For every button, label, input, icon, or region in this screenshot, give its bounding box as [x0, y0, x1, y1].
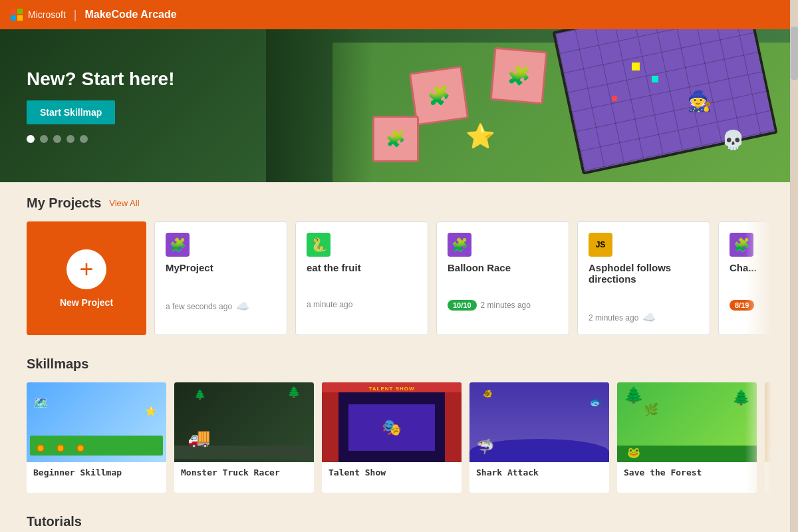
hero-dot-2[interactable]	[40, 135, 48, 143]
project-badge: 10/10	[448, 300, 477, 311]
skillmaps-section: Skillmaps New? Try This! 🗺️ ⭐	[27, 356, 771, 493]
hero-dot-1[interactable]	[27, 135, 35, 143]
project-meta: 8/19	[730, 300, 771, 311]
new-project-icon: +	[66, 249, 106, 289]
project-icon-js: JS	[589, 233, 612, 257]
project-card[interactable]: 🧩 Cha... 8/19	[718, 221, 771, 335]
hero-dot-5[interactable]	[80, 135, 88, 143]
skillmap-name: Save the Forest	[617, 462, 757, 483]
project-name: Cha...	[730, 262, 771, 273]
microsoft-logo	[11, 9, 23, 21]
project-time: a minute ago	[307, 300, 352, 309]
hero-content: New? Start here! Start Skillmap	[27, 68, 175, 143]
skillmap-card[interactable]: 🦈 🐟 🐠 Shark Attack	[469, 382, 609, 493]
skillmap-card[interactable]: 🦃 Turkey D	[765, 382, 771, 493]
project-card[interactable]: 🧩 MyProject a few seconds ago ☁️	[154, 221, 287, 335]
project-card[interactable]: 🧩 Balloon Race 10/10 2 minutes ago	[436, 221, 569, 335]
header-divider: |	[74, 8, 77, 22]
project-card[interactable]: 🐍 eat the fruit a minute ago	[295, 221, 428, 335]
skillmap-thumb-forest: 🌲 🌲 🌿 🐸	[617, 382, 757, 462]
brand-label: MakeCode Arcade	[84, 9, 176, 21]
project-name: eat the fruit	[307, 262, 417, 273]
cloud-icon: ☁️	[642, 311, 656, 324]
skillmap-card[interactable]: 🌲 🌲 🌿 🐸 Save the Forest	[617, 382, 757, 493]
project-time: a few seconds ago	[166, 302, 232, 311]
skillmap-name: Shark Attack	[469, 462, 609, 483]
skillmap-thumb-shark: 🦈 🐟 🐠	[469, 382, 609, 462]
projects-section-header: My Projects View All	[27, 196, 771, 211]
skillmap-card[interactable]: New? Try This! 🗺️ ⭐ Beginner Skill	[27, 382, 166, 493]
hero-dot-3[interactable]	[53, 135, 61, 143]
skillmaps-section-header: Skillmaps	[27, 356, 771, 372]
hero-headline: New? Start here!	[27, 68, 175, 90]
project-icon-puzzle: 🧩	[448, 233, 471, 257]
cloud-icon: ☁️	[236, 300, 249, 313]
skillmaps-row: New? Try This! 🗺️ ⭐ Beginner Skill	[27, 382, 771, 493]
hero-dot-4[interactable]	[66, 135, 74, 143]
skillmap-name: Turkey D	[765, 462, 771, 493]
skillmap-thumb-turkey: 🦃	[765, 382, 771, 462]
start-skillmap-button[interactable]: Start Skillmap	[27, 100, 115, 124]
skillmaps-title: Skillmaps	[27, 356, 88, 372]
skillmap-thumb-beginner: New? Try This! 🗺️ ⭐	[27, 382, 166, 462]
new-project-card[interactable]: + New Project	[27, 221, 146, 335]
project-meta: a minute ago	[307, 300, 417, 309]
project-name: Balloon Race	[448, 262, 558, 273]
project-card[interactable]: JS Asphodel follows directions 2 minutes…	[577, 221, 710, 335]
project-meta: 2 minutes ago ☁️	[589, 311, 699, 324]
project-icon-python: 🐍	[307, 233, 331, 257]
project-icon-puzzle: 🧩	[730, 233, 753, 257]
project-name: Asphodel follows directions	[589, 262, 699, 285]
project-name: MyProject	[166, 262, 276, 273]
skillmap-thumb-monster: 🚚 🌲 🌲	[174, 382, 314, 462]
projects-title: My Projects	[27, 196, 101, 211]
hero-game-visual: 🧩 🧩 🧩 🧩 ⭐ 🧙 💀	[266, 29, 798, 182]
project-badge: 8/19	[730, 300, 754, 311]
skillmap-card[interactable]: 🚚 🌲 🌲 Monster Truck Racer	[174, 382, 314, 493]
projects-view-all[interactable]: View All	[109, 198, 139, 208]
project-time: 2 minutes ago	[589, 313, 638, 323]
skillmap-thumb-talent: TALENT SHOW 🎭	[322, 382, 462, 462]
skillmaps-row-container: New? Try This! 🗺️ ⭐ Beginner Skill	[27, 382, 771, 493]
skillmap-name: Monster Truck Racer	[174, 462, 314, 483]
project-time: 2 minutes ago	[481, 301, 531, 310]
projects-row-container: + New Project 🧩 MyProject a few seconds …	[27, 221, 771, 356]
header: Microsoft | MakeCode Arcade	[0, 0, 798, 29]
skillmap-card[interactable]: TALENT SHOW 🎭 Talent Show	[322, 382, 462, 493]
project-meta: 10/10 2 minutes ago	[448, 300, 558, 311]
tutorials-section-header: Tutorials	[27, 514, 771, 529]
project-meta: a few seconds ago ☁️	[166, 300, 276, 313]
main-content: My Projects View All + New Project 🧩 MyP…	[0, 182, 798, 532]
hero-dots	[27, 135, 175, 143]
new-project-label: New Project	[60, 297, 113, 308]
skillmap-name: Talent Show	[322, 462, 462, 483]
projects-row: + New Project 🧩 MyProject a few seconds …	[27, 221, 771, 335]
microsoft-label: Microsoft	[28, 9, 66, 20]
hero-banner: New? Start here! Start Skillmap 🧩 🧩 🧩 🧩 …	[0, 29, 798, 182]
tutorials-title: Tutorials	[27, 514, 82, 529]
tutorials-section: Tutorials 🍕 ⬇️ 🌸	[27, 514, 771, 532]
project-icon-puzzle: 🧩	[166, 233, 190, 257]
projects-section: My Projects View All + New Project 🧩 MyP…	[27, 196, 771, 356]
skillmap-name: Beginner Skillmap	[27, 462, 166, 483]
